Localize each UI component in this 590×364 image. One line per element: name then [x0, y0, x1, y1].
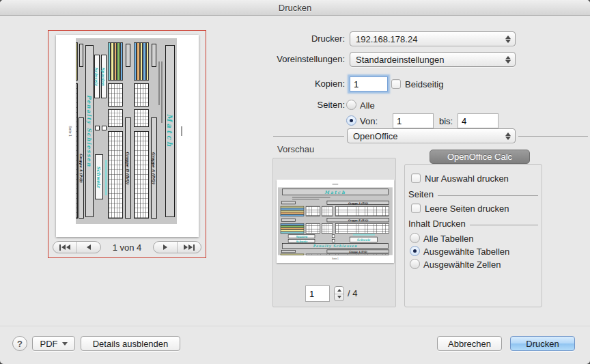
sheet-mini-box — [332, 239, 335, 242]
empty-pages-label: Leere Seiten drucken — [425, 204, 509, 214]
page-indicator: 1 von 4 — [113, 242, 142, 253]
preview-page-landscape: Match Gruppe A (P/Q) Gruppe B (B/Q) Span… — [277, 180, 394, 263]
sheet-group-b-header: Gruppe B (B/Q) — [125, 117, 131, 219]
pdf-menu-button[interactable]: PDF — [32, 336, 75, 351]
printer-popup[interactable]: 192.168.178.24 — [350, 31, 516, 46]
sheet-group-b-subhead — [126, 44, 130, 67]
first-page-icon — [59, 244, 61, 251]
all-tables-radio[interactable] — [410, 233, 420, 243]
pages-all-label: Alle — [360, 100, 375, 111]
pages-from-input[interactable] — [393, 113, 434, 128]
dropdown-arrow-icon — [62, 342, 68, 346]
rotated-sheet-mount: Match Gruppe A (P/Q) Gruppe B (B/Q) Span… — [66, 38, 186, 224]
scaled-sheet-mount: Match Gruppe A (P/Q) Gruppe B (B/Q) Span… — [278, 181, 393, 262]
sheet-title: Match — [165, 45, 175, 217]
sheet-group-a2-colored-row — [76, 42, 78, 81]
popup-separator-left — [273, 136, 344, 137]
pages-range-radio[interactable] — [346, 115, 356, 126]
hide-details-button[interactable]: Details ausblenden — [81, 336, 180, 351]
sheet-group-a-header: Gruppe A (P/Q) — [327, 201, 389, 205]
pager-forward-group — [153, 241, 201, 253]
sheet-group-b-grid — [108, 131, 123, 219]
app-options-popup[interactable]: OpenOffice — [347, 128, 516, 143]
sheet-group-b-grid — [306, 223, 320, 234]
sheet-body: Match Gruppe A (P/Q) Gruppe B (B/Q) Span… — [76, 38, 177, 224]
page-thumbnail-portrait[interactable]: Match Gruppe A (P/Q) Gruppe B (B/Q) Span… — [56, 35, 199, 237]
window-title: Drucken — [0, 0, 590, 16]
preview-page-input[interactable] — [305, 285, 330, 302]
sheet-group-a-colored-rows — [134, 42, 149, 81]
help-button[interactable]: ? — [12, 336, 27, 351]
sheet-group-a-grid — [134, 83, 149, 107]
only-selection-checkbox[interactable] — [411, 173, 421, 183]
all-tables-label: Alle Tabellen — [423, 234, 473, 244]
sheet-group-a-grid — [134, 131, 149, 219]
sheet-mini-box — [102, 126, 107, 130]
first-page-button[interactable] — [53, 242, 76, 253]
sheet-group-b-grid — [108, 109, 123, 127]
preview-label: Vorschau — [277, 144, 314, 154]
sheet-group-a2-grid — [76, 83, 78, 219]
sheet-group-b-grid — [335, 223, 389, 234]
preview-box: Match Gruppe A (P/Q) Gruppe B (B/Q) Span… — [272, 158, 396, 307]
sheet-header-mark — [181, 126, 182, 136]
selected-cells-label: Ausgewählte Zellen — [423, 260, 501, 270]
page-total: / 4 — [348, 288, 357, 298]
sheet-group-a-grid — [134, 109, 149, 127]
sheet-group-b-colored-rows — [281, 223, 305, 234]
sheet-group-a-colored-rows — [281, 206, 305, 216]
sheet-group-a-grid — [335, 206, 389, 216]
sheet-label-spanien: Spanien — [288, 234, 315, 238]
printer-label: Drucker: — [229, 31, 345, 46]
footer-separator — [0, 326, 590, 326]
selected-tables-radio[interactable] — [410, 246, 420, 256]
cancel-button[interactable]: Abbrechen — [437, 336, 502, 351]
popup-arrows-icon — [503, 56, 512, 64]
page-stepper — [334, 286, 344, 301]
sheet-preview: Match Gruppe A (P/Q) Gruppe B (B/Q) Span… — [66, 38, 186, 224]
pager-back-group — [53, 241, 101, 253]
content-group-header: Inhalt Drucken — [408, 219, 538, 229]
sheet-label-schweiz: Schweiz — [94, 55, 100, 98]
calc-options-tab[interactable]: OpenOffice Calc — [430, 150, 530, 164]
pages-from-label: Von: — [360, 116, 378, 126]
last-page-icon — [193, 244, 195, 251]
copies-label: Kopien: — [229, 76, 345, 92]
empty-pages-checkbox[interactable] — [411, 204, 421, 213]
sheet-group-a-grid — [322, 206, 333, 216]
copies-input[interactable] — [350, 76, 388, 92]
sheet-group-a2-subhead — [79, 44, 83, 67]
sheet-mini-box — [332, 234, 335, 238]
stepper-down-button[interactable] — [335, 294, 343, 301]
sheet-header-mark — [333, 184, 339, 184]
sheet-penalty-title: Penalty Schiessen — [282, 243, 388, 249]
sheet-group-a2-grid — [306, 254, 389, 255]
previous-page-icon — [87, 244, 91, 250]
popup-separator-right — [518, 136, 588, 137]
print-button[interactable]: Drucken — [510, 336, 575, 351]
twosided-label: Beidseitig — [405, 79, 443, 89]
sheet-teal-bar — [105, 160, 107, 195]
sheet-group-b-colored-rows — [108, 42, 123, 81]
sheet-group-a-header: Gruppe A (P/Q) — [151, 117, 157, 219]
print-dialog: Drucken Match Gruppe A (P/Q) Gruppe B (B… — [0, 0, 590, 364]
twosided-checkbox[interactable] — [391, 79, 401, 89]
sheet-meta-line — [292, 199, 319, 199]
next-page-button[interactable] — [154, 242, 177, 253]
presets-popup[interactable]: Standardeinstellungen — [350, 52, 516, 67]
only-selection-label: Nur Auswahl drucken — [425, 173, 509, 184]
sheet-group-a2-header: Gruppe A (P/Q) — [327, 250, 389, 253]
last-page-button[interactable] — [177, 242, 201, 253]
sheet-group-b-grid — [108, 83, 123, 107]
selected-tables-label: Ausgewählte Tabellen — [423, 247, 509, 257]
pages-all-radio[interactable] — [346, 100, 356, 110]
popup-arrows-icon — [503, 36, 512, 43]
selected-cells-radio[interactable] — [410, 259, 420, 269]
stepper-up-button[interactable] — [335, 287, 343, 294]
sheet-label-schweiz-right: Schweiz — [350, 237, 378, 242]
sheet-group-a2-colored-row — [281, 254, 305, 255]
previous-page-button[interactable] — [76, 242, 100, 253]
sheet-penalty-title: Penalty Schiessen — [85, 45, 94, 217]
pages-to-input[interactable] — [458, 113, 498, 128]
sheet-group-a2-header: Gruppe A (P/Q) — [79, 117, 84, 219]
